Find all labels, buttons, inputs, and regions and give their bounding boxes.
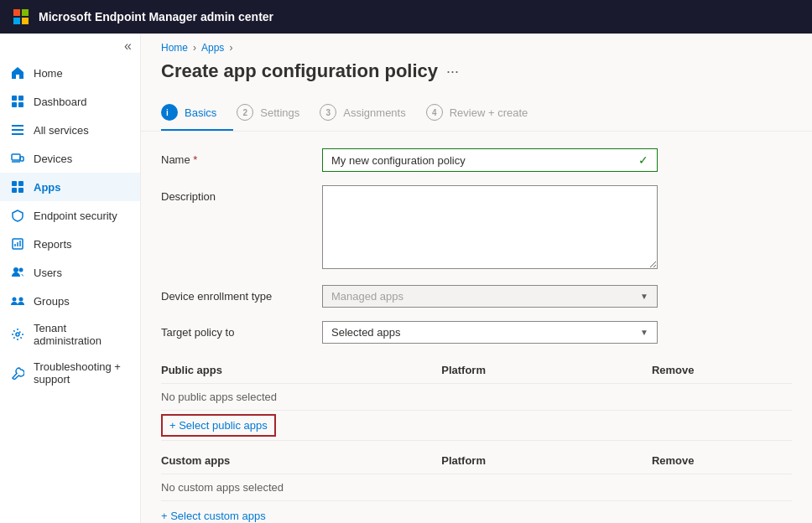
sidebar-item-dashboard-label: Dashboard — [34, 96, 87, 108]
custom-remove-col-header: Remove — [652, 454, 792, 467]
sidebar-item-home[interactable]: Home — [0, 59, 140, 87]
svg-rect-15 — [18, 181, 23, 186]
sidebar-item-endpoint-security-label: Endpoint security — [34, 210, 117, 222]
sidebar-item-home-label: Home — [34, 67, 63, 80]
users-icon — [10, 265, 25, 280]
form-area: Name * My new configuration policy ✓ Des… — [141, 132, 812, 523]
valid-check-icon: ✓ — [638, 153, 648, 167]
svg-point-26 — [16, 333, 19, 336]
target-policy-row: Target policy to Selected apps ▼ — [161, 321, 792, 344]
custom-apps-col-header: Custom apps — [161, 454, 441, 467]
breadcrumb-home[interactable]: Home — [161, 42, 188, 54]
sidebar-item-groups[interactable]: Groups — [0, 287, 140, 315]
tab-settings-circle: 2 — [237, 104, 253, 121]
sidebar-item-devices-label: Devices — [34, 153, 72, 165]
svg-rect-11 — [12, 154, 20, 160]
sidebar-item-reports[interactable]: Reports — [0, 230, 140, 258]
target-policy-label: Target policy to — [161, 321, 312, 339]
svg-rect-1 — [22, 9, 29, 16]
tab-basics-label: Basics — [185, 106, 216, 119]
device-enrollment-dropdown[interactable]: Managed apps ▼ — [322, 285, 658, 308]
sidebar-item-reports-label: Reports — [34, 238, 72, 251]
svg-text:i: i — [166, 108, 169, 117]
target-policy-value: Selected apps — [331, 326, 400, 339]
breadcrumb-apps[interactable]: Apps — [201, 42, 224, 54]
groups-icon — [10, 293, 25, 308]
target-dropdown-chevron-icon: ▼ — [640, 328, 648, 337]
breadcrumb-sep-2: › — [229, 42, 232, 54]
dashboard-icon — [10, 94, 25, 109]
sidebar-item-troubleshooting[interactable]: Troubleshooting + support — [0, 354, 140, 392]
svg-rect-10 — [12, 133, 23, 135]
page-title: Create app configuration policy — [161, 60, 438, 82]
tab-review: 4 Review + create — [426, 96, 545, 131]
svg-rect-12 — [20, 157, 23, 161]
svg-rect-3 — [22, 18, 29, 24]
select-public-apps-link[interactable]: + Select public apps — [161, 414, 276, 437]
svg-rect-14 — [12, 181, 17, 186]
svg-point-23 — [19, 268, 23, 272]
tab-settings-label: Settings — [260, 106, 299, 119]
sidebar-item-all-services[interactable]: All services — [0, 116, 140, 144]
topbar-title: Microsoft Endpoint Manager admin center — [39, 10, 273, 23]
main-content: Home › Apps › Create app configuration p… — [141, 34, 812, 523]
tab-review-circle: 4 — [426, 104, 443, 121]
svg-point-22 — [13, 267, 18, 272]
sidebar-item-users[interactable]: Users — [0, 258, 140, 287]
breadcrumb: Home › Apps › — [141, 34, 812, 54]
target-policy-dropdown[interactable]: Selected apps ▼ — [322, 321, 658, 344]
public-platform-col-header: Platform — [441, 364, 652, 376]
devices-icon — [10, 151, 25, 166]
tab-settings: 2 Settings — [237, 96, 316, 131]
description-row: Description — [161, 185, 792, 272]
no-custom-apps-row: No custom apps selected — [161, 474, 792, 501]
public-apps-table-header: Public apps Platform Remove — [161, 357, 792, 384]
svg-rect-9 — [12, 129, 23, 131]
device-enrollment-field-container: Managed apps ▼ — [322, 285, 658, 308]
page-more-button[interactable]: ··· — [446, 63, 459, 80]
public-remove-col-header: Remove — [652, 364, 792, 376]
breadcrumb-sep-1: › — [193, 42, 196, 54]
name-value: My new configuration policy — [331, 154, 466, 167]
sidebar-item-devices[interactable]: Devices — [0, 144, 140, 173]
tab-assignments-circle: 3 — [320, 104, 336, 121]
apps-icon — [10, 179, 25, 194]
description-field-container — [322, 185, 658, 272]
svg-rect-0 — [13, 9, 20, 16]
sidebar-item-users-label: Users — [34, 267, 62, 279]
custom-apps-table-header: Custom apps Platform Remove — [161, 448, 792, 474]
no-public-apps-row: No public apps selected — [161, 384, 792, 411]
sidebar-item-apps[interactable]: Apps — [0, 173, 140, 201]
sidebar-collapse-button[interactable]: « — [0, 34, 140, 59]
select-public-apps-container: + Select public apps — [161, 411, 792, 441]
dropdown-chevron-icon: ▼ — [640, 292, 648, 301]
description-label: Description — [161, 185, 312, 203]
sidebar-item-tenant-admin-label: Tenant administration — [34, 322, 130, 347]
svg-rect-6 — [12, 102, 17, 107]
page-header: Create app configuration policy ··· — [141, 54, 812, 96]
target-policy-field-container: Selected apps ▼ — [322, 321, 658, 344]
apps-table-section: Public apps Platform Remove No public ap… — [161, 357, 792, 523]
tab-basics[interactable]: i Basics — [161, 96, 233, 131]
sidebar-item-dashboard[interactable]: Dashboard — [0, 87, 140, 116]
svg-rect-2 — [13, 18, 20, 24]
reports-icon — [10, 236, 25, 251]
ms-logo-icon — [13, 8, 30, 25]
select-custom-apps-link[interactable]: + Select custom apps — [161, 505, 266, 523]
name-label: Name * — [161, 148, 312, 166]
tab-assignments-label: Assignments — [343, 106, 405, 119]
tab-review-label: Review + create — [450, 106, 528, 119]
name-input[interactable]: My new configuration policy ✓ — [322, 148, 658, 172]
sidebar-item-tenant-admin[interactable]: Tenant administration — [0, 315, 140, 354]
sidebar-item-endpoint-security[interactable]: Endpoint security — [0, 201, 140, 230]
wizard-tabs: i Basics 2 Settings 3 Assignments 4 — [141, 96, 812, 132]
svg-rect-4 — [12, 96, 17, 101]
svg-rect-8 — [12, 125, 23, 127]
sidebar-item-all-services-label: All services — [34, 124, 89, 137]
description-textarea[interactable] — [322, 185, 658, 269]
device-enrollment-value: Managed apps — [331, 290, 403, 303]
wrench-icon — [10, 365, 25, 381]
svg-point-24 — [13, 298, 17, 302]
tenant-icon — [10, 327, 25, 342]
sidebar-item-groups-label: Groups — [34, 295, 70, 308]
